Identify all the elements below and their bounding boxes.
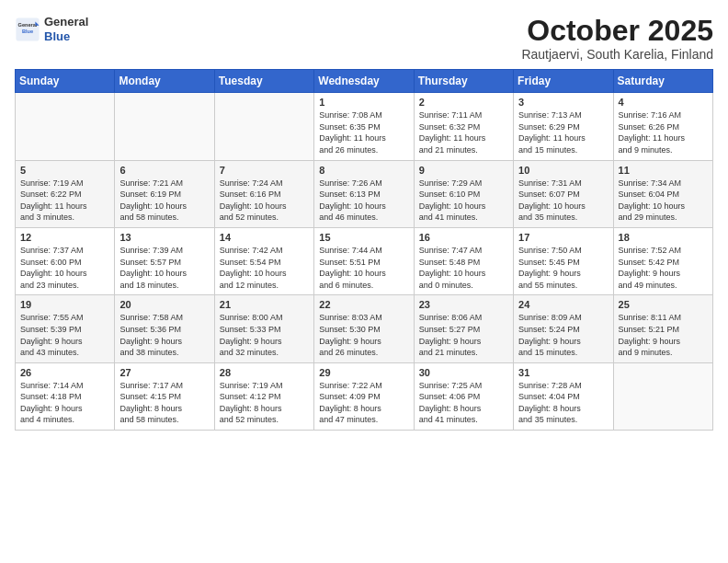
day-number: 14 [220,232,309,243]
day-number: 23 [419,299,508,310]
calendar-day [214,93,313,160]
day-number: 13 [119,232,209,243]
day-info: Sunrise: 7:14 AM Sunset: 4:18 PM Dayligh… [20,380,109,426]
day-number: 19 [20,299,109,310]
calendar-day: 21Sunrise: 8:00 AM Sunset: 5:33 PM Dayli… [214,295,313,362]
logo-blue: Blue [44,29,88,44]
day-info: Sunrise: 7:29 AM Sunset: 6:10 PM Dayligh… [419,178,508,224]
day-info: Sunrise: 7:13 AM Sunset: 6:29 PM Dayligh… [518,109,608,155]
calendar-day [16,93,115,160]
calendar-day [115,93,214,160]
day-info: Sunrise: 7:16 AM Sunset: 6:26 PM Dayligh… [619,109,708,155]
day-info: Sunrise: 8:11 AM Sunset: 5:21 PM Dayligh… [619,312,708,358]
weekday-header-thursday: Thursday [414,70,513,93]
calendar-day: 30Sunrise: 7:25 AM Sunset: 4:06 PM Dayli… [414,362,513,430]
day-info: Sunrise: 7:11 AM Sunset: 6:32 PM Dayligh… [419,109,508,155]
day-number: 20 [119,299,209,310]
calendar-day: 3Sunrise: 7:13 AM Sunset: 6:29 PM Daylig… [514,93,613,160]
calendar-day: 25Sunrise: 8:11 AM Sunset: 5:21 PM Dayli… [613,295,712,362]
day-number: 15 [319,232,408,243]
day-info: Sunrise: 8:00 AM Sunset: 5:33 PM Dayligh… [220,312,309,358]
calendar-day: 31Sunrise: 7:28 AM Sunset: 4:04 PM Dayli… [514,362,613,430]
calendar-week-1: 5Sunrise: 7:19 AM Sunset: 6:22 PM Daylig… [16,160,713,227]
logo-icon: General Blue [15,17,40,42]
day-info: Sunrise: 7:24 AM Sunset: 6:16 PM Dayligh… [220,178,309,224]
weekday-header-monday: Monday [115,70,214,93]
day-info: Sunrise: 7:44 AM Sunset: 5:51 PM Dayligh… [319,245,408,291]
calendar-day [613,362,712,430]
weekday-header-friday: Friday [514,70,613,93]
logo: General Blue General Blue [15,15,88,43]
day-info: Sunrise: 8:03 AM Sunset: 5:30 PM Dayligh… [319,312,408,358]
day-number: 29 [319,367,408,378]
weekday-header-tuesday: Tuesday [214,70,313,93]
weekday-header-saturday: Saturday [613,70,712,93]
day-number: 10 [518,165,608,176]
day-info: Sunrise: 7:26 AM Sunset: 6:13 PM Dayligh… [319,178,408,224]
day-info: Sunrise: 7:42 AM Sunset: 5:54 PM Dayligh… [220,245,309,291]
day-number: 24 [518,299,608,310]
day-info: Sunrise: 7:17 AM Sunset: 4:15 PM Dayligh… [119,380,209,426]
calendar-week-2: 12Sunrise: 7:37 AM Sunset: 6:00 PM Dayli… [16,227,713,294]
day-number: 25 [619,299,708,310]
day-number: 9 [419,165,508,176]
day-number: 5 [20,165,109,176]
calendar-day: 19Sunrise: 7:55 AM Sunset: 5:39 PM Dayli… [16,295,115,362]
day-info: Sunrise: 7:55 AM Sunset: 5:39 PM Dayligh… [20,312,109,358]
calendar-day: 2Sunrise: 7:11 AM Sunset: 6:32 PM Daylig… [414,93,513,160]
calendar-day: 9Sunrise: 7:29 AM Sunset: 6:10 PM Daylig… [414,160,513,227]
day-number: 16 [419,232,508,243]
calendar-day: 27Sunrise: 7:17 AM Sunset: 4:15 PM Dayli… [115,362,214,430]
calendar-week-3: 19Sunrise: 7:55 AM Sunset: 5:39 PM Dayli… [16,295,713,362]
calendar-day: 24Sunrise: 8:09 AM Sunset: 5:24 PM Dayli… [514,295,613,362]
day-number: 3 [518,97,608,108]
calendar-day: 26Sunrise: 7:14 AM Sunset: 4:18 PM Dayli… [16,362,115,430]
calendar-day: 6Sunrise: 7:21 AM Sunset: 6:19 PM Daylig… [115,160,214,227]
day-number: 28 [220,367,309,378]
day-info: Sunrise: 7:28 AM Sunset: 4:04 PM Dayligh… [518,380,608,426]
weekday-header-sunday: Sunday [16,70,115,93]
day-info: Sunrise: 7:58 AM Sunset: 5:36 PM Dayligh… [119,312,209,358]
calendar-day: 17Sunrise: 7:50 AM Sunset: 5:45 PM Dayli… [514,227,613,294]
svg-text:Blue: Blue [22,29,33,34]
calendar-week-4: 26Sunrise: 7:14 AM Sunset: 4:18 PM Dayli… [16,362,713,430]
day-info: Sunrise: 7:50 AM Sunset: 5:45 PM Dayligh… [518,245,608,291]
day-number: 11 [619,165,708,176]
day-number: 30 [419,367,508,378]
calendar-header-row: SundayMondayTuesdayWednesdayThursdayFrid… [16,70,713,93]
day-info: Sunrise: 8:09 AM Sunset: 5:24 PM Dayligh… [518,312,608,358]
month-title: October 2025 [521,15,713,47]
logo-general: General [44,15,88,29]
day-number: 26 [20,367,109,378]
day-number: 27 [119,367,209,378]
day-number: 6 [119,165,209,176]
calendar-day: 12Sunrise: 7:37 AM Sunset: 6:00 PM Dayli… [16,227,115,294]
day-info: Sunrise: 7:47 AM Sunset: 5:48 PM Dayligh… [419,245,508,291]
calendar-day: 23Sunrise: 8:06 AM Sunset: 5:27 PM Dayli… [414,295,513,362]
day-number: 17 [518,232,608,243]
day-number: 2 [419,97,508,108]
calendar-body: 1Sunrise: 7:08 AM Sunset: 6:35 PM Daylig… [16,93,713,431]
calendar-day: 1Sunrise: 7:08 AM Sunset: 6:35 PM Daylig… [314,93,414,160]
calendar-day: 29Sunrise: 7:22 AM Sunset: 4:09 PM Dayli… [314,362,414,430]
calendar-day: 10Sunrise: 7:31 AM Sunset: 6:07 PM Dayli… [514,160,613,227]
location: Rautjaervi, South Karelia, Finland [521,47,713,62]
day-info: Sunrise: 7:37 AM Sunset: 6:00 PM Dayligh… [20,245,109,291]
day-number: 31 [518,367,608,378]
day-info: Sunrise: 7:34 AM Sunset: 6:04 PM Dayligh… [619,178,708,224]
calendar-day: 28Sunrise: 7:19 AM Sunset: 4:12 PM Dayli… [214,362,313,430]
day-number: 8 [319,165,408,176]
day-info: Sunrise: 7:08 AM Sunset: 6:35 PM Dayligh… [319,109,408,155]
logo-text: General Blue [44,15,88,43]
calendar-day: 5Sunrise: 7:19 AM Sunset: 6:22 PM Daylig… [16,160,115,227]
day-number: 4 [619,97,708,108]
day-info: Sunrise: 7:31 AM Sunset: 6:07 PM Dayligh… [518,178,608,224]
calendar-day: 8Sunrise: 7:26 AM Sunset: 6:13 PM Daylig… [314,160,414,227]
calendar-day: 18Sunrise: 7:52 AM Sunset: 5:42 PM Dayli… [613,227,712,294]
weekday-header-wednesday: Wednesday [314,70,414,93]
title-area: October 2025 Rautjaervi, South Karelia, … [521,15,713,62]
day-info: Sunrise: 7:21 AM Sunset: 6:19 PM Dayligh… [119,178,209,224]
calendar-day: 7Sunrise: 7:24 AM Sunset: 6:16 PM Daylig… [214,160,313,227]
calendar-day: 13Sunrise: 7:39 AM Sunset: 5:57 PM Dayli… [115,227,214,294]
day-number: 21 [220,299,309,310]
